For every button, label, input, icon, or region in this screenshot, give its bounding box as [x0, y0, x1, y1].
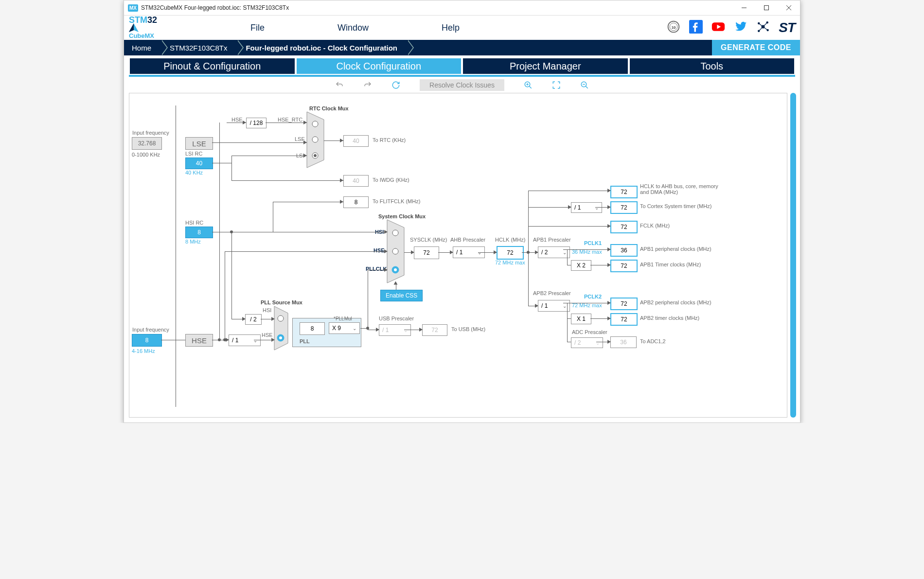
apb1-timer-lbl: APB1 Timer clocks (MHz)	[640, 262, 701, 267]
adc-lbl: ADC Prescaler	[572, 329, 607, 335]
hse-freq-input[interactable]: 8	[132, 334, 162, 347]
apb2-prescaler[interactable]: / 1⌄	[538, 300, 570, 312]
out-systick-lbl: To Cortex System timer (MHz)	[640, 203, 711, 209]
crumb-page[interactable]: Four-legged robot.ioc - Clock Configurat…	[238, 40, 408, 55]
maximize-button[interactable]	[755, 0, 778, 15]
svg-line-20	[759, 27, 763, 31]
lse-freq-input[interactable]: 32.768	[132, 137, 162, 150]
rtc-out-lbl: To RTC (KHz)	[373, 137, 406, 143]
social-links: 10 ST	[667, 20, 795, 35]
tab-clock[interactable]: Clock Configuration	[296, 57, 462, 75]
twitter-icon[interactable]	[734, 20, 747, 35]
usb-out-lbl: To USB (MHz)	[451, 326, 485, 332]
pll-source-mux[interactable]	[274, 306, 291, 352]
ahb-lbl: AHB Prescaler	[450, 237, 485, 243]
window-buttons	[733, 0, 800, 15]
window-title: STM32CubeMX Four-legged robot.ioc: STM32…	[141, 4, 289, 11]
out-systick-val: 72	[610, 201, 638, 214]
pclk1-lbl: PCLK1	[584, 240, 602, 246]
lsi-osc: 40	[185, 158, 213, 169]
apb1-mult: X 2	[571, 260, 591, 271]
sysmux-label: System Clock Mux	[378, 213, 426, 219]
svg-point-35	[392, 248, 398, 254]
st-logo[interactable]: ST	[779, 20, 795, 35]
frame-left	[176, 105, 176, 407]
adc-prescaler[interactable]: / 2⌄	[571, 337, 603, 348]
anniversary-icon[interactable]: 10	[667, 20, 680, 35]
apb1-periph-lbl: APB1 peripheral clocks (MHz)	[640, 246, 711, 252]
iwdg-out-lbl: To IWDG (KHz)	[373, 177, 409, 183]
toolbar: Resolve Clock Issues	[124, 77, 800, 93]
apb1-periph-val: 36	[610, 244, 638, 257]
menu-help[interactable]: Help	[442, 23, 460, 33]
youtube-icon[interactable]	[711, 20, 725, 35]
systick-prescaler[interactable]: / 1⌄	[571, 202, 602, 213]
hsi-div2: / 2	[245, 314, 262, 325]
iwdg-out-val: 40	[343, 175, 369, 187]
vertical-scrollbar[interactable]	[790, 93, 796, 418]
undo-icon[interactable]	[335, 81, 344, 89]
apb2-mult: X 1	[571, 314, 591, 324]
svg-line-18	[763, 22, 767, 27]
tab-project[interactable]: Project Manager	[462, 57, 629, 75]
hse-rtc-lbl: HSE_RTC	[278, 117, 302, 123]
close-button[interactable]	[778, 0, 800, 15]
community-icon[interactable]	[756, 20, 770, 35]
native-titlebar: MX STM32CubeMX Four-legged robot.ioc: ST…	[124, 0, 800, 16]
menu-items: File Window Help	[250, 23, 460, 33]
svg-point-30	[312, 137, 318, 142]
redo-icon[interactable]	[363, 81, 372, 89]
hse-freq-label: Input frequency	[132, 327, 169, 333]
zoom-out-icon[interactable]	[580, 81, 589, 89]
pll-hsi-lbl: HSI	[263, 307, 271, 313]
adc-out-lbl: To ADC1,2	[640, 338, 666, 344]
out-fclk-val: 72	[610, 221, 638, 233]
resolve-clock-button[interactable]: Resolve Clock Issues	[420, 79, 504, 91]
hse-prescaler[interactable]: / 1⌄	[229, 334, 261, 346]
clock-canvas[interactable]: Input frequency 32.768 0-1000 KHz LSE LS…	[129, 93, 787, 418]
crumb-chip[interactable]: STM32F103C8Tx	[162, 40, 238, 55]
lsi-unit: 40 KHz	[185, 170, 203, 175]
logo-mx: MX	[145, 32, 155, 39]
zoom-in-icon[interactable]	[524, 81, 533, 89]
hclk-val[interactable]: 72	[497, 246, 524, 260]
pclk2-lbl: PCLK2	[584, 294, 602, 299]
apb2-presc-val: / 1	[541, 302, 548, 309]
hclk-max: 72 MHz max	[495, 260, 525, 265]
pll-block-lbl: PLL	[300, 338, 310, 344]
svg-point-32	[314, 154, 317, 157]
sysclk-val[interactable]: 72	[414, 246, 439, 259]
facebook-icon[interactable]	[689, 20, 703, 35]
svg-point-41	[279, 336, 282, 339]
app-logo: STM32 CubeMX	[129, 17, 168, 39]
enable-css-button[interactable]: Enable CSS	[380, 290, 423, 301]
hsi-unit: 8 MHz	[185, 239, 201, 245]
pll-val: 8	[300, 322, 325, 335]
svg-line-17	[759, 23, 763, 27]
adc-presc-val: / 2	[574, 339, 581, 346]
tab-pinout[interactable]: Pinout & Configuration	[129, 57, 296, 75]
apb2-periph-lbl: APB2 peripheral clocks (MHz)	[640, 299, 711, 305]
hclk-lbl: HCLK (MHz)	[495, 237, 525, 243]
pllmul-select[interactable]: X 9⌄	[329, 322, 360, 334]
usb-prescaler[interactable]: / 1⌄	[379, 324, 411, 336]
svg-point-37	[394, 268, 397, 271]
menu-window[interactable]: Window	[338, 23, 369, 33]
apb2-timer-lbl: APB2 timer clocks (MHz)	[640, 315, 699, 321]
crumb-home[interactable]: Home	[124, 40, 162, 55]
apb1-prescaler[interactable]: / 2⌄	[538, 246, 570, 258]
tab-tools[interactable]: Tools	[629, 57, 796, 75]
generate-code-button[interactable]: GENERATE CODE	[712, 40, 800, 55]
refresh-icon[interactable]	[391, 81, 400, 89]
breadcrumb-bar: Home STM32F103C8Tx Four-legged robot.ioc…	[124, 40, 800, 55]
pll-mux-label: PLL Source Mux	[261, 299, 302, 305]
menubar: STM32 CubeMX File Window Help 10 ST	[124, 16, 800, 40]
apb2-lbl: APB2 Prescaler	[533, 290, 571, 296]
minimize-button[interactable]	[733, 0, 755, 15]
svg-point-34	[392, 230, 398, 236]
menu-file[interactable]: File	[250, 23, 265, 33]
apb1-lbl: APB1 Prescaler	[533, 237, 571, 243]
hse-to-div128-lbl: HSE	[231, 117, 243, 123]
hse-osc: HSE	[185, 334, 213, 347]
zoom-fit-icon[interactable]	[552, 81, 561, 89]
